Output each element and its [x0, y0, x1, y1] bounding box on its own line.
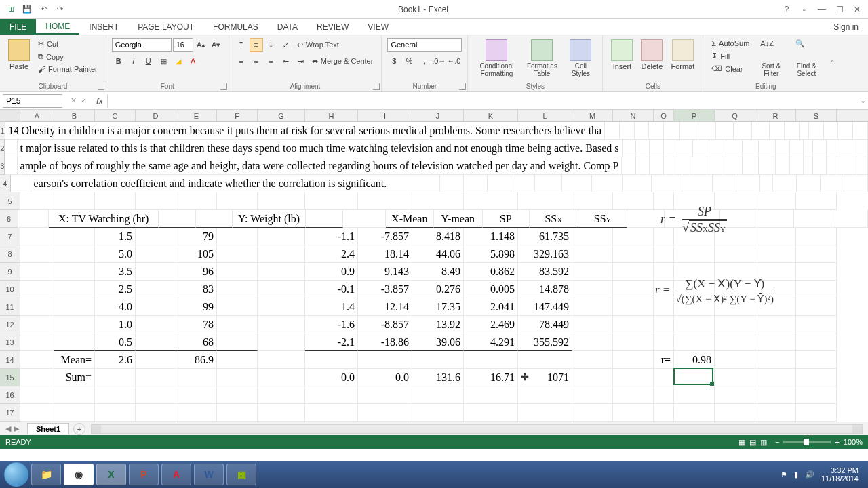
cell-R16[interactable]	[755, 386, 796, 404]
task-chrome[interactable]: ◉	[64, 464, 94, 485]
cell-H6[interactable]: X-Mean	[386, 210, 434, 228]
tab-home[interactable]: HOME	[36, 19, 79, 35]
cell-O17[interactable]	[654, 404, 674, 422]
cell-L12[interactable]: 78.449	[518, 316, 572, 333]
cell-I2[interactable]	[709, 140, 726, 157]
cell-P2[interactable]	[813, 140, 827, 157]
rowhead-8[interactable]: 8	[0, 245, 20, 263]
cell-H7[interactable]: -1.1	[305, 228, 358, 245]
cell-D15[interactable]	[136, 369, 176, 386]
cell-K4[interactable]	[652, 175, 682, 192]
cell-D4[interactable]	[464, 175, 488, 192]
rowhead-9[interactable]: 9	[0, 263, 20, 281]
rowhead-4[interactable]: 4	[0, 175, 11, 192]
rowhead-12[interactable]: 12	[0, 316, 20, 333]
cell-Q17[interactable]	[715, 404, 755, 422]
cell-L10[interactable]: 14.878	[518, 281, 572, 298]
cell-I15[interactable]: 0.0	[358, 369, 412, 386]
cell-O12[interactable]	[654, 316, 674, 333]
sort-filter-button[interactable]: A↓ZSort & Filter	[755, 38, 787, 79]
cell-I11[interactable]: 12.14	[358, 298, 412, 316]
cell-P3[interactable]	[813, 157, 827, 175]
cell-P4[interactable]	[773, 175, 797, 192]
merge-center-button[interactable]: ⬌Merge & Center	[309, 54, 376, 68]
sheet-prev-icon[interactable]: ◀	[5, 424, 11, 433]
cell-A9[interactable]	[20, 263, 54, 281]
cell-H14[interactable]	[305, 351, 358, 369]
cell-D2[interactable]	[636, 140, 650, 157]
cell-S12[interactable]	[796, 316, 837, 333]
delete-cells-button[interactable]: Delete	[638, 38, 665, 72]
cell-I9[interactable]: 9.143	[358, 263, 412, 281]
cell-L1[interactable]	[752, 122, 770, 140]
tab-review[interactable]: REVIEW	[307, 19, 358, 35]
cell-S9[interactable]	[796, 263, 837, 281]
colhead-S[interactable]: S	[796, 110, 837, 121]
cell-F17[interactable]	[217, 404, 258, 422]
normal-view-icon[interactable]: ▦	[738, 438, 745, 447]
align-top-button[interactable]: ⤒	[235, 38, 248, 52]
zoom-level[interactable]: 100%	[844, 438, 863, 446]
cell-B15[interactable]: Sum=	[54, 369, 95, 386]
cell-S15[interactable]	[796, 369, 837, 386]
cell-R1[interactable]	[838, 122, 853, 140]
rowhead-6[interactable]: 6	[0, 210, 18, 228]
cell-M15[interactable]	[572, 369, 613, 386]
borders-button[interactable]: ▦	[157, 54, 170, 68]
increase-indent-button[interactable]: ⇥	[294, 54, 308, 68]
cell-I13[interactable]: -18.86	[358, 333, 412, 351]
cell-M16[interactable]	[572, 386, 613, 404]
cell-H10[interactable]: -0.1	[305, 281, 358, 298]
cell-H4[interactable]	[562, 175, 592, 192]
cell-P14[interactable]: 0.98	[674, 351, 715, 369]
cell-E7[interactable]: 79	[176, 228, 217, 245]
cell-J11[interactable]: 17.35	[412, 298, 464, 316]
alignment-launcher[interactable]	[373, 83, 380, 90]
cell-G1[interactable]	[664, 122, 680, 140]
cell-L16[interactable]	[518, 386, 572, 404]
cell-styles-button[interactable]: Cell Styles	[564, 38, 597, 79]
cell-B10[interactable]	[54, 281, 95, 298]
rowhead-13[interactable]: 13	[0, 333, 20, 351]
cell-A8[interactable]	[20, 245, 54, 263]
cell-G14[interactable]	[258, 351, 305, 369]
cell-R17[interactable]	[755, 404, 796, 422]
rowhead-3[interactable]: 3	[0, 157, 5, 175]
format-as-table-button[interactable]: Format as Table	[522, 38, 561, 79]
cell-G9[interactable]	[258, 263, 305, 281]
decrease-indent-button[interactable]: ⇤	[279, 54, 293, 68]
cell-N4[interactable]	[736, 175, 760, 192]
number-format-select[interactable]	[387, 38, 462, 52]
tab-view[interactable]: VIEW	[358, 19, 398, 35]
cell-K11[interactable]: 2.041	[464, 298, 518, 316]
cell-G7[interactable]	[258, 228, 305, 245]
cell-N15[interactable]	[613, 369, 654, 386]
cell-F3[interactable]	[664, 157, 677, 175]
cell-J5[interactable]	[412, 192, 464, 210]
cell-K8[interactable]: 5.898	[464, 245, 518, 263]
cell-H3[interactable]	[692, 157, 709, 175]
cell-K6[interactable]: SSX	[530, 210, 578, 228]
cell-A5[interactable]	[20, 192, 54, 210]
cell-G2[interactable]	[677, 140, 693, 157]
cell-D5[interactable]	[136, 192, 176, 210]
cell-H9[interactable]: 0.9	[305, 263, 358, 281]
cell-Q3[interactable]	[827, 157, 840, 175]
conditional-formatting-button[interactable]: Conditional Formatting	[473, 38, 519, 79]
tray-flag-icon[interactable]: ⚑	[781, 470, 787, 479]
cell-Q15[interactable]	[715, 369, 755, 386]
cell-D3[interactable]	[636, 157, 650, 175]
cell-K15[interactable]: 16.71	[464, 369, 518, 386]
rowhead-16[interactable]: 16	[0, 386, 20, 404]
cell-A11[interactable]	[20, 298, 54, 316]
colhead-P[interactable]: P	[674, 110, 715, 121]
cell-S7[interactable]	[796, 228, 837, 245]
align-left-button[interactable]: ≡	[235, 54, 248, 68]
cell-D12[interactable]	[136, 316, 176, 333]
cell-M4[interactable]	[713, 175, 736, 192]
cell-O13[interactable]	[654, 333, 674, 351]
cell-J6[interactable]: SP	[483, 210, 530, 228]
cell-K10[interactable]: 0.005	[464, 281, 518, 298]
cell-Q2[interactable]	[827, 140, 840, 157]
cell-H15[interactable]: 0.0	[305, 369, 358, 386]
